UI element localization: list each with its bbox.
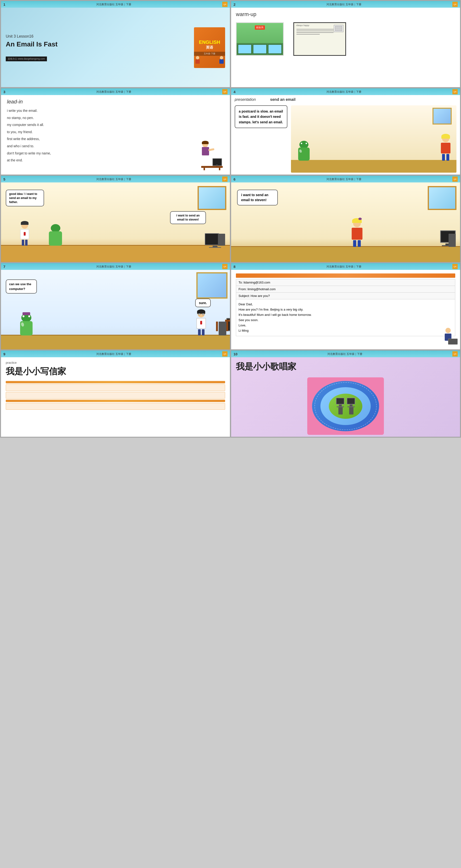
slide-4-label2: send an email: [270, 97, 296, 102]
slide-4-qr-icon: QR: [452, 89, 458, 94]
slide-3-line-5: first write the address,: [7, 137, 195, 142]
slide-4-scene: a postcard is slow. an email is fast. an…: [235, 105, 456, 173]
writing-line-1: [6, 384, 225, 391]
slide-6-window: [428, 186, 456, 210]
scene-window: [432, 108, 452, 125]
slide-8: 8 河北教育出版社 五年级｜下册 QR To: lidaming@163.com…: [231, 263, 460, 350]
email-to-field: To: lidaming@163.com: [236, 279, 455, 286]
slide-6-bubble: i want to send an email to steven!: [237, 190, 278, 206]
slide-7-bubble-right: sure.: [195, 299, 211, 307]
slide-9-content: practice 我是小小写信家: [1, 357, 230, 437]
slide-8-header: 8 河北教育出版社 五年级｜下册 QR: [231, 263, 460, 270]
slide-1-unit: Unit 3 Lesson16: [6, 34, 189, 38]
slide-3-line-1: i write you the email.: [7, 108, 195, 113]
book-title-english: ENGLISH: [199, 39, 220, 45]
slide-10: 10 河北教育出版社 五年级｜下册 QR 我是小小歌唱家: [231, 350, 460, 437]
slide-3-character: [200, 99, 224, 172]
mini-tower-right: [349, 407, 354, 414]
email-subject-field: Subject: How are you?: [236, 292, 455, 299]
girl-character-slide6: [351, 220, 362, 247]
writing-line-3: [6, 403, 225, 410]
slide-5-window: [197, 186, 226, 210]
slide-9-publisher: 河北教育出版社 五年级｜下册: [96, 352, 131, 356]
slide-4-label1: presentation: [235, 97, 256, 102]
slide-1-number: 1: [3, 2, 5, 6]
book-figure-2: [219, 56, 224, 63]
slide-10-green-circle: [329, 394, 362, 419]
slide-9-number: 9: [3, 352, 5, 356]
book-title-chinese: 英语: [206, 45, 213, 50]
slide-3-content: lead-in i write you the email. no stamp,…: [1, 95, 230, 175]
email-body-line-3: It's beautiful! Mum and I will go back h…: [239, 312, 453, 317]
slide-2-header: 2 河北教育出版社 五年级｜下册 QR: [231, 1, 460, 8]
slide-3-line-4: to you, my friend.: [7, 130, 195, 134]
writing-line-orange-2: [6, 400, 225, 402]
writing-line-2: [6, 392, 225, 399]
mini-monitor-left: [336, 398, 344, 404]
slide-7-floor-line: [1, 335, 230, 336]
slide-10-light-blue-circle: [320, 387, 371, 425]
slide-3-header: 3 河北教育出版社 五年级｜下册 QR: [1, 88, 230, 95]
dragon-character-slide5: [49, 224, 62, 246]
slide-1-header: 1 河北教育出版社 五年级｜下册 QR: [1, 1, 230, 8]
email-body: Dear Dad, How are you? I'm fine. Beijing…: [236, 299, 455, 336]
slide-3-publisher: 河北教育出版社 五年级｜下册: [96, 90, 131, 94]
email-body-line-1: Dear Dad,: [239, 302, 453, 307]
slide-7-number: 7: [3, 265, 5, 269]
slide-1-publisher: 河北教育出版社 五年级｜下册: [96, 3, 131, 6]
slide-10-publisher: 河北教育出版社 五年级｜下册: [327, 352, 362, 356]
slides-grid: 1 河北教育出版社 五年级｜下册 QR Unit 3 Lesson16 An E…: [0, 0, 461, 438]
slide-8-qr-icon: QR: [452, 264, 458, 269]
computer-slide6: [440, 230, 456, 247]
boy-character-slide5: [20, 222, 29, 246]
slide-10-blue-circle: [312, 381, 379, 431]
slide-1: 1 河北教育出版社 五年级｜下册 QR Unit 3 Lesson16 An E…: [1, 1, 230, 87]
slide-4-scene-area: [291, 105, 456, 173]
writing-line-orange-1: [6, 381, 225, 383]
postcard-greeting: Always happy: [296, 24, 309, 27]
slide-9-title: 我是小小写信家: [6, 366, 225, 377]
slide-1-text-area: Unit 3 Lesson16 An Email Is Fast 道格办公-ww…: [6, 34, 189, 61]
post-office-sign: 邮政局: [255, 25, 265, 30]
slide-10-circle-container: [236, 377, 455, 435]
slide-9-qr-icon: QR: [222, 351, 227, 356]
slide-10-title: 我是小小歌唱家: [236, 361, 455, 373]
slide-10-pink-frame: [307, 377, 384, 435]
slide-8-publisher: 河北教育出版社 五年级｜下册: [327, 265, 361, 269]
slide-2: 2 河北教育出版社 五年级｜下册 QR warm-up 邮政局: [231, 1, 460, 87]
slide-1-content: Unit 3 Lesson16 An Email Is Fast 道格办公-ww…: [1, 8, 230, 87]
slide-5-bubble-left: good idea！i want to send an email to my …: [6, 190, 44, 207]
dragon-character-slide7: [20, 313, 33, 336]
slide-10-number: 10: [234, 352, 238, 356]
post-office-image: 邮政局: [236, 22, 284, 56]
book-grade: 五年级·下册: [194, 52, 225, 56]
slide-9-header: 9 河北教育出版社 五年级｜下册 QR: [1, 350, 230, 357]
slide-7-content: can we use the computer? sure.: [1, 270, 230, 350]
email-body-line-5: Love,: [239, 323, 453, 328]
email-body-line-2: How are you? I'm fine. Beijing is a very…: [239, 307, 453, 312]
mini-stand-right: [350, 404, 352, 406]
slide-3-line-2: no stamp, no pen.: [7, 116, 195, 120]
slide-8-orange-bar: [236, 274, 455, 278]
slide-6-floor-line: [231, 246, 460, 247]
slide-3-line-7: don't forget to write my name,: [7, 151, 195, 156]
slide-9-writing-area: [6, 381, 225, 410]
slide-1-footer: 道格办公-www.daogebangong.com: [6, 57, 47, 61]
slide-4-content: presentation send an email a postcard is…: [231, 95, 460, 175]
slide-4-bubble: a postcard is slow. an email is fast. an…: [235, 105, 287, 128]
postcard-image: Always happy: [294, 22, 346, 56]
slide-6-header: 6 河北教育出版社 五年级｜下册 QR: [231, 176, 460, 182]
slide-6-qr-icon: QR: [452, 177, 458, 182]
slide-7: 7 河北教育出版社 五年级｜下册 QR can we use the compu…: [1, 263, 230, 350]
slide-6-content: i want to send an email to steven!: [231, 182, 460, 262]
slide-7-publisher: 河北教育出版社 五年级｜下册: [96, 265, 131, 269]
slide-6: 6 河北教育出版社 五年级｜下册 QR i want to send an em…: [231, 176, 460, 262]
slide-10-qr-icon: QR: [452, 351, 458, 356]
slide-2-qr-icon: QR: [452, 2, 458, 7]
dragon-character: [298, 141, 310, 161]
slide-7-wall-bottom: [1, 336, 230, 350]
email-container: To: lidaming@163.com From: liming@hotmai…: [236, 279, 455, 336]
slide-6-publisher: 河北教育出版社 五年级｜下册: [327, 178, 361, 181]
slide-1-title: An Email Is Fast: [6, 40, 189, 48]
slide-5-publisher: 河北教育出版社 五年级｜下册: [96, 178, 131, 181]
